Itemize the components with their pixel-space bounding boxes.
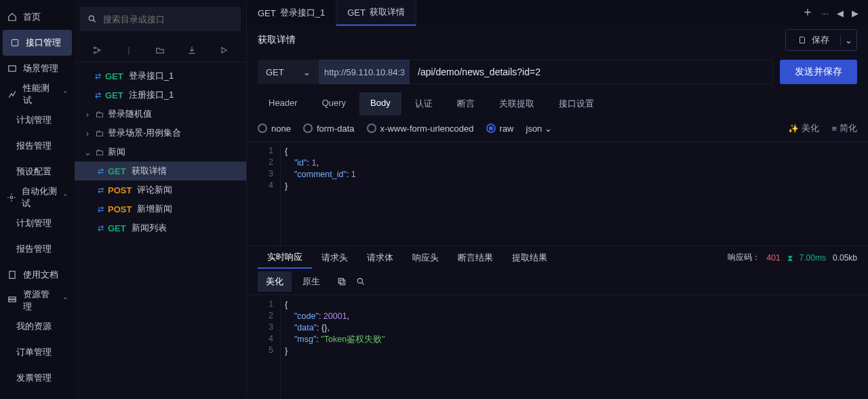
tree-item-comment[interactable]: ⇄POST评论新闻 <box>75 180 246 200</box>
svg-point-7 <box>94 47 96 48</box>
svg-point-2 <box>10 196 13 199</box>
rtab-resphead[interactable]: 响应头 <box>403 246 448 269</box>
editor-gutter: 12345 <box>247 295 281 399</box>
ptab-header[interactable]: Header <box>258 92 309 115</box>
response-meta: 响应码： 401 ⧗7.00ms 0.05kb <box>728 252 857 263</box>
nav-perf-preset[interactable]: 预设配置 <box>0 159 75 185</box>
host-input[interactable] <box>324 67 404 77</box>
send-button[interactable]: 发送并保存 <box>780 60 857 84</box>
prev-tab-icon[interactable]: ◀ <box>837 8 844 18</box>
host-box[interactable] <box>319 60 410 84</box>
nav-resource-label: 资源管理 <box>23 288 58 313</box>
tab-login[interactable]: GET登录接口_1 <box>247 0 336 26</box>
tree-folder-news[interactable]: ⌄🗀新闻 <box>75 142 246 162</box>
ptab-body[interactable]: Body <box>359 92 401 115</box>
nav-perf[interactable]: 性能测试 ˄ <box>0 81 75 107</box>
chevron-up-icon: ˄ <box>63 193 68 203</box>
link-icon: ⇄ <box>98 186 104 195</box>
radio-raw[interactable]: raw <box>486 124 514 134</box>
play-icon[interactable] <box>218 45 229 56</box>
nav-invoice[interactable]: 发票管理 <box>0 365 75 391</box>
save-button[interactable]: 保存 <box>786 30 840 50</box>
rtab-reqhead[interactable]: 请求头 <box>312 246 357 269</box>
path-box[interactable] <box>410 60 773 84</box>
nav-perf-report[interactable]: 报告管理 <box>0 133 75 159</box>
save-icon <box>797 35 808 45</box>
download-icon[interactable] <box>186 45 197 56</box>
resp-raw-button[interactable]: 原生 <box>294 271 328 292</box>
radio-none[interactable]: none <box>258 124 291 134</box>
nav-perf-plan[interactable]: 计划管理 <box>0 107 75 133</box>
nav-api[interactable]: 接口管理 <box>3 30 72 56</box>
clock-icon: ⧗ <box>787 253 793 263</box>
resp-beautify-button[interactable]: 美化 <box>258 271 292 292</box>
rtab-assert[interactable]: 断言结果 <box>448 246 502 269</box>
branch-icon[interactable] <box>92 45 102 56</box>
ptab-query[interactable]: Query <box>311 92 357 115</box>
request-body-editor[interactable]: 1234 { "id": 1, "comment_id": 1 } <box>247 142 868 246</box>
title-bar: 保存 ⌄ <box>247 26 868 54</box>
save-dropdown[interactable]: ⌄ <box>840 35 856 45</box>
rtab-extract[interactable]: 提取结果 <box>502 246 557 269</box>
nav-resource[interactable]: 资源管理 ˄ <box>0 288 75 314</box>
nav-docs[interactable]: 使用文档 <box>0 262 75 288</box>
tabstrip: GET登录接口_1 GET获取详情 ··· ◀ ▶ <box>247 0 868 26</box>
wand-icon: ✨ <box>788 124 799 134</box>
nav-home-label: 首页 <box>23 11 41 23</box>
api-name-input[interactable] <box>258 35 488 45</box>
tree-item-login[interactable]: ⇄GET登录接口_1 <box>75 66 246 86</box>
tree-folder-rand[interactable]: ›🗀登录随机值 <box>75 104 246 124</box>
radio-urlenc[interactable]: x-www-form-urlencoded <box>367 124 474 134</box>
tree-item-create[interactable]: ⇄POST新增新闻 <box>75 200 246 218</box>
tree-item-detail[interactable]: ⇄GET获取详情 <box>75 162 246 180</box>
radio-formdata[interactable]: form-data <box>303 124 355 134</box>
rtab-live[interactable]: 实时响应 <box>258 246 312 269</box>
tab-detail[interactable]: GET获取详情 <box>336 0 416 26</box>
ptab-settings[interactable]: 接口设置 <box>548 92 605 115</box>
nav-scene[interactable]: 场景管理 <box>0 56 75 81</box>
copy-icon[interactable] <box>336 276 347 287</box>
home-icon <box>7 12 18 22</box>
rtab-reqbody[interactable]: 请求体 <box>357 246 403 269</box>
chevron-up-icon: ˄ <box>63 90 68 100</box>
simplify-button[interactable]: ≡简化 <box>831 122 857 134</box>
next-tab-icon[interactable]: ▶ <box>852 8 859 18</box>
search-input[interactable] <box>103 14 234 24</box>
editor-code: { "code": 20001, "data": {}, "msg": "Tok… <box>281 295 868 399</box>
response-body-editor[interactable]: 12345 { "code": 20001, "data": {}, "msg"… <box>247 295 868 399</box>
link-icon: ⇄ <box>98 205 104 214</box>
beautify-button[interactable]: ✨美化 <box>788 122 819 134</box>
svg-rect-4 <box>9 297 16 299</box>
doc-icon <box>7 269 18 280</box>
nav-my-res[interactable]: 我的资源 <box>0 314 75 339</box>
ptab-assert[interactable]: 断言 <box>446 92 486 115</box>
more-icon[interactable]: ··· <box>821 8 829 18</box>
nav-orders[interactable]: 订单管理 <box>0 339 75 365</box>
search-box[interactable] <box>80 7 241 31</box>
search-icon[interactable] <box>355 276 366 287</box>
method-select[interactable]: GET⌄ <box>258 60 319 84</box>
nav-auto-plan[interactable]: 计划管理 <box>0 210 75 236</box>
ptab-auth[interactable]: 认证 <box>404 92 443 115</box>
editor-code[interactable]: { "id": 1, "comment_id": 1 } <box>281 142 868 246</box>
nav-auto[interactable]: 自动化测试 ˄ <box>0 185 75 210</box>
svg-rect-1 <box>9 66 16 71</box>
ptab-extract[interactable]: 关联提取 <box>488 92 545 115</box>
tree-folder-cases[interactable]: ›🗀登录场景-用例集合 <box>75 124 246 142</box>
svg-rect-10 <box>340 280 345 285</box>
format-select[interactable]: json⌄ <box>526 124 553 134</box>
folder-icon: 🗀 <box>95 147 104 157</box>
nav-auto-report[interactable]: 报告管理 <box>0 236 75 262</box>
tree-item-list[interactable]: ⇄GET新闻列表 <box>75 218 246 238</box>
api-icon <box>9 37 20 48</box>
body-type-row: none form-data x-www-form-urlencoded raw… <box>247 115 868 142</box>
nav-home[interactable]: 首页 <box>0 4 75 30</box>
tree-item-register[interactable]: ⇄GET注册接口_1 <box>75 86 246 104</box>
tree-toolbar: | <box>75 38 246 62</box>
add-tab-icon[interactable] <box>802 7 813 20</box>
sidebar: 首页 接口管理 场景管理 性能测试 ˄ 计划管理 报告管理 预设配置 自动化测试… <box>0 0 75 399</box>
save-button-group: 保存 ⌄ <box>785 29 857 51</box>
nav-scene-label: 场景管理 <box>23 62 58 75</box>
new-folder-icon[interactable] <box>155 45 165 56</box>
path-input[interactable] <box>418 66 764 77</box>
